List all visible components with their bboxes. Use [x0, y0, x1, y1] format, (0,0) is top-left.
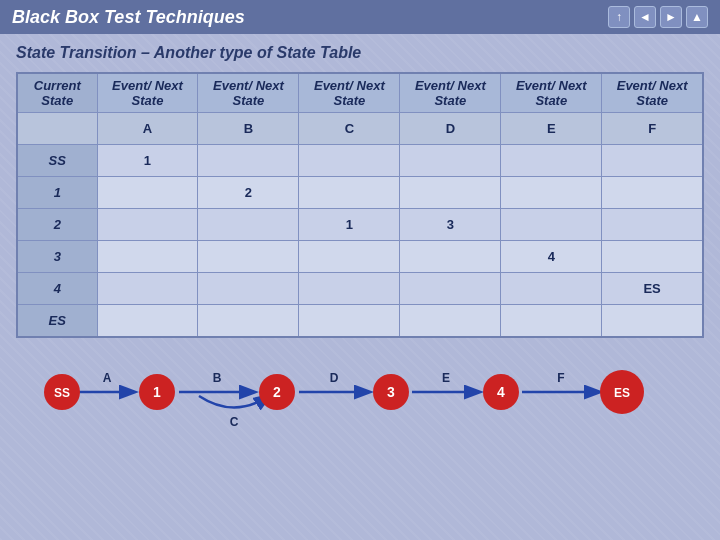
cell-value — [97, 177, 198, 209]
cell-value: 2 — [198, 177, 299, 209]
cell-value — [299, 273, 400, 305]
cell-value — [602, 177, 703, 209]
cell-value — [97, 273, 198, 305]
letter-blank — [17, 113, 97, 145]
cell-value — [400, 241, 501, 273]
svg-text:E: E — [442, 371, 450, 385]
svg-text:2: 2 — [273, 384, 281, 400]
cell-value — [602, 209, 703, 241]
cell-value — [299, 241, 400, 273]
cell-value — [602, 241, 703, 273]
letter-b: B — [198, 113, 299, 145]
svg-text:C: C — [230, 415, 239, 429]
svg-text:F: F — [557, 371, 564, 385]
table-row: SS1 — [17, 145, 703, 177]
cell-value — [198, 241, 299, 273]
cell-value — [198, 273, 299, 305]
flow-diagram-container: SS A 1 B C 2 D 3 E — [16, 354, 704, 433]
col-header-event-2: Event/ Next State — [198, 73, 299, 113]
svg-text:4: 4 — [497, 384, 505, 400]
cell-value — [602, 145, 703, 177]
header-bar: Black Box Test Techniques ↑ ◄ ► ▲ — [0, 0, 720, 34]
svg-text:D: D — [330, 371, 339, 385]
svg-text:B: B — [213, 371, 222, 385]
col-header-event-4: Event/ Next State — [400, 73, 501, 113]
cell-value — [501, 177, 602, 209]
cell-value — [97, 241, 198, 273]
cell-value — [97, 209, 198, 241]
col-header-event-1: Event/ Next State — [97, 73, 198, 113]
letter-f: F — [602, 113, 703, 145]
cell-value — [400, 145, 501, 177]
cell-value — [501, 305, 602, 337]
cell-value: 3 — [400, 209, 501, 241]
col-header-current-state: Current State — [17, 73, 97, 113]
cell-value: 1 — [299, 209, 400, 241]
cell-value — [400, 273, 501, 305]
cell-value — [602, 305, 703, 337]
nav-up-icon[interactable]: ↑ — [608, 6, 630, 28]
table-row: 4ES — [17, 273, 703, 305]
cell-current-state: 3 — [17, 241, 97, 273]
letter-c: C — [299, 113, 400, 145]
svg-text:SS: SS — [54, 386, 70, 400]
col-header-event-3: Event/ Next State — [299, 73, 400, 113]
cell-value — [198, 145, 299, 177]
section-subtitle: State Transition – Another type of State… — [16, 44, 704, 62]
cell-value — [501, 273, 602, 305]
table-row: 12 — [17, 177, 703, 209]
cell-current-state: 4 — [17, 273, 97, 305]
nav-home-icon[interactable]: ▲ — [686, 6, 708, 28]
cell-value — [400, 305, 501, 337]
svg-text:A: A — [103, 371, 112, 385]
cell-value — [501, 209, 602, 241]
col-header-event-5: Event/ Next State — [501, 73, 602, 113]
cell-current-state: 2 — [17, 209, 97, 241]
cell-current-state: SS — [17, 145, 97, 177]
cell-value — [299, 305, 400, 337]
cell-current-state: ES — [17, 305, 97, 337]
letter-a: A — [97, 113, 198, 145]
page-wrapper: Black Box Test Techniques ↑ ◄ ► ▲ State … — [0, 0, 720, 540]
nav-next-icon[interactable]: ► — [660, 6, 682, 28]
table-row: 34 — [17, 241, 703, 273]
cell-value: ES — [602, 273, 703, 305]
col-header-event-6: Event/ Next State — [602, 73, 703, 113]
page-title: Black Box Test Techniques — [12, 7, 245, 28]
cell-value — [198, 305, 299, 337]
state-transition-table: Current State Event/ Next State Event/ N… — [16, 72, 704, 338]
cell-current-state: 1 — [17, 177, 97, 209]
letter-d: D — [400, 113, 501, 145]
nav-prev-icon[interactable]: ◄ — [634, 6, 656, 28]
svg-text:3: 3 — [387, 384, 395, 400]
cell-value — [299, 145, 400, 177]
flow-diagram-svg: SS A 1 B C 2 D 3 E — [24, 354, 712, 429]
cell-value — [198, 209, 299, 241]
cell-value — [400, 177, 501, 209]
header-icons: ↑ ◄ ► ▲ — [608, 6, 708, 28]
svg-text:1: 1 — [153, 384, 161, 400]
cell-value — [299, 177, 400, 209]
table-row: 213 — [17, 209, 703, 241]
cell-value — [501, 145, 602, 177]
cell-value: 4 — [501, 241, 602, 273]
cell-value: 1 — [97, 145, 198, 177]
letter-e: E — [501, 113, 602, 145]
svg-text:ES: ES — [614, 386, 630, 400]
cell-value — [97, 305, 198, 337]
content-area: State Transition – Another type of State… — [0, 34, 720, 443]
table-row: ES — [17, 305, 703, 337]
